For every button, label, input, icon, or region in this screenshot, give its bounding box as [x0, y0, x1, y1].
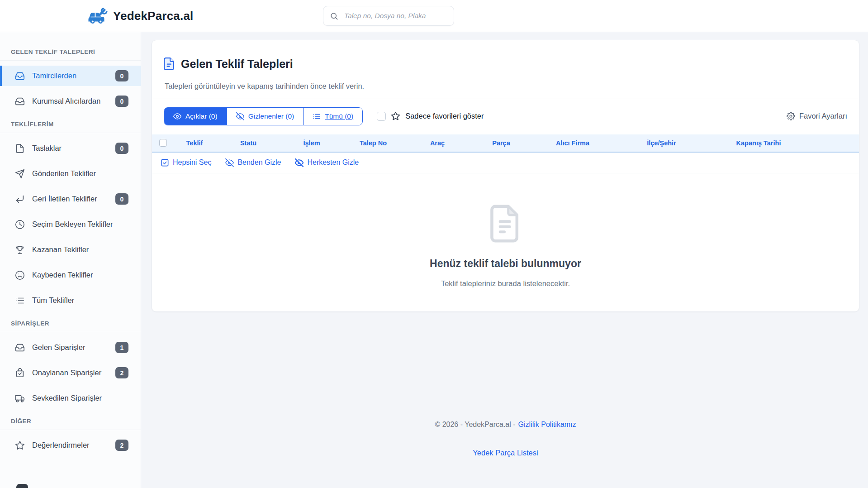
- column-header[interactable]: Alıcı Firma: [532, 139, 613, 147]
- sidebar-item-gelen-siparisler[interactable]: Gelen Siparişler 1: [0, 337, 141, 358]
- list-icon: [313, 112, 321, 120]
- brand-name: YedekParca.al: [113, 9, 194, 23]
- sidebar: GELEN TEKLİF TALEPLERİ Tamircilerden 0 K…: [0, 32, 141, 488]
- sidebar-item-onaylanan-siparisler[interactable]: Onaylanan Siparişler 2: [0, 363, 141, 383]
- sidebar-item-geri-iletilen-teklifler[interactable]: Geri İletilen Teklifler 0: [0, 189, 141, 209]
- filter-tab-group: Açıklar (0) Gizlenenler (0) Tümü (0): [164, 107, 363, 125]
- search-input[interactable]: [343, 11, 447, 20]
- sidebar-section-my-offers: TEKLİFLERİM Taslaklar 0 Gönderilen Tekli…: [0, 116, 141, 311]
- tab-label: Açıklar (0): [185, 112, 218, 120]
- count-badge: 0: [115, 193, 128, 205]
- sidebar-item-degerlendirmeler[interactable]: Değerlendirmeler 2: [0, 435, 141, 455]
- sidebar-item-label: Taslaklar: [32, 144, 62, 153]
- eye-off-icon: [225, 158, 234, 167]
- empty-document-icon: [489, 205, 523, 243]
- tab-aciklar[interactable]: Açıklar (0): [164, 108, 227, 125]
- sidebar-item-label: Tüm Teklifler: [32, 296, 74, 305]
- page-subtitle: Talepleri görüntüleyin ve kapanış tarihi…: [164, 82, 847, 91]
- partial-bottom-widget[interactable]: [16, 484, 28, 488]
- column-header[interactable]: Kapanış Tarihi: [710, 139, 807, 147]
- section-title: GELEN TEKLİF TALEPLERİ: [0, 44, 141, 61]
- eye-off-icon: [236, 112, 244, 120]
- sidebar-item-kazanan-teklifler[interactable]: Kazanan Teklifler: [0, 239, 141, 260]
- count-badge: 0: [115, 70, 128, 81]
- logo-car-wrench-icon: [88, 8, 108, 25]
- favorites-only-toggle[interactable]: Sadece favorileri göster: [377, 111, 484, 121]
- hide-from-all-label: Herkesten Gizle: [307, 158, 359, 167]
- select-all-checkbox[interactable]: [159, 139, 167, 147]
- main-content: Gelen Teklif Talepleri Talepleri görüntü…: [141, 32, 868, 488]
- favorites-only-checkbox[interactable]: [377, 112, 386, 121]
- tab-gizlenenler[interactable]: Gizlenenler (0): [227, 108, 304, 125]
- column-header[interactable]: İlçe/Şehir: [613, 139, 710, 147]
- sidebar-item-label: Kaybeden Teklifler: [32, 271, 93, 279]
- tab-tumu[interactable]: Tümü (0): [303, 108, 362, 125]
- privacy-policy-link[interactable]: Gizlilik Politikamız: [518, 421, 576, 428]
- column-header[interactable]: Teklif: [174, 139, 215, 147]
- document-icon: [164, 57, 175, 70]
- section-title: TEKLİFLERİM: [0, 116, 141, 133]
- footer-copyright: © 2026 - YedekParca.al -Gizlilik Politik…: [152, 421, 859, 429]
- sidebar-item-label: Tamircilerden: [32, 72, 76, 80]
- sidebar-item-tamircilerden[interactable]: Tamircilerden 0: [0, 66, 141, 86]
- bulk-actions-row: Hepsini Seç Benden Gizle Herkesten Gizle: [152, 153, 859, 173]
- column-header[interactable]: İşlem: [281, 139, 342, 147]
- requests-card: Gelen Teklif Talepleri Talepleri görüntü…: [152, 40, 859, 312]
- select-all-label: Hepsini Seç: [173, 158, 211, 167]
- sidebar-item-label: Değerlendirmeler: [32, 441, 90, 450]
- column-header[interactable]: Parça: [470, 139, 532, 147]
- eye-icon: [173, 112, 181, 120]
- favorite-settings-button[interactable]: Favori Ayarları: [787, 112, 847, 120]
- copyright-text: © 2026 - YedekParca.al -: [435, 421, 515, 428]
- sidebar-item-kaybeden-teklifler[interactable]: Kaybeden Teklifler: [0, 265, 141, 285]
- gear-icon: [787, 112, 795, 120]
- sidebar-item-label: Onaylanan Siparişler: [32, 368, 101, 377]
- inbox-icon: [14, 342, 25, 353]
- section-title: SİPARİŞLER: [0, 316, 141, 332]
- sidebar-item-sevkedilen-siparisler[interactable]: Sevkedilen Siparişler: [0, 388, 141, 408]
- global-search[interactable]: [323, 6, 454, 26]
- frown-icon: [14, 270, 25, 280]
- sidebar-item-taslaklar[interactable]: Taslaklar 0: [0, 138, 141, 158]
- card-header: Gelen Teklif Talepleri Talepleri görüntü…: [152, 40, 859, 99]
- sidebar-item-label: Kurumsal Alıcılardan: [32, 97, 100, 105]
- tab-label: Gizlenenler (0): [248, 112, 294, 120]
- list-icon: [14, 295, 25, 306]
- sidebar-section-other: DİĞER Değerlendirmeler 2: [0, 413, 141, 455]
- tab-label: Tümü (0): [325, 112, 353, 120]
- sidebar-item-label: Seçim Bekleyen Teklifler: [32, 220, 113, 229]
- empty-state-title: Henüz teklif talebi bulunmuyor: [430, 258, 581, 270]
- sidebar-item-label: Sevkedilen Siparişler: [32, 394, 102, 402]
- sidebar-item-gonderilen-teklifler[interactable]: Gönderilen Teklifler: [0, 163, 141, 184]
- check-square-icon: [161, 158, 169, 167]
- spare-parts-list-link[interactable]: Yedek Parça Listesi: [473, 449, 538, 457]
- main-layout: GELEN TEKLİF TALEPLERİ Tamircilerden 0 K…: [0, 32, 868, 488]
- column-header[interactable]: Araç: [404, 139, 470, 147]
- column-header[interactable]: Statü: [215, 139, 281, 147]
- sidebar-item-tum-teklifler[interactable]: Tüm Teklifler: [0, 290, 141, 311]
- count-badge: 0: [115, 96, 128, 107]
- column-header[interactable]: Talep No: [342, 139, 404, 147]
- count-badge: 1: [115, 342, 128, 353]
- toolbar: Açıklar (0) Gizlenenler (0) Tümü (0): [152, 99, 859, 134]
- hide-from-me-link[interactable]: Benden Gizle: [225, 158, 281, 167]
- sidebar-item-label: Gelen Siparişler: [32, 343, 85, 352]
- sidebar-item-label: Gönderilen Teklifler: [32, 169, 96, 178]
- brand[interactable]: YedekParca.al: [88, 0, 194, 32]
- truck-icon: [14, 393, 25, 403]
- inbox-icon: [14, 96, 25, 106]
- empty-state-subtitle: Teklif talepleriniz burada listelenecekt…: [441, 279, 570, 288]
- sidebar-item-secim-bekleyen-teklifler[interactable]: Seçim Bekleyen Teklifler: [0, 214, 141, 234]
- sidebar-item-kurumsal-alicilardan[interactable]: Kurumsal Alıcılardan 0: [0, 91, 141, 111]
- star-icon: [391, 111, 400, 121]
- file-icon: [14, 143, 25, 153]
- empty-state: Henüz teklif talebi bulunmuyor Teklif ta…: [152, 173, 859, 312]
- sidebar-section-incoming-requests: GELEN TEKLİF TALEPLERİ Tamircilerden 0 K…: [0, 44, 141, 111]
- section-title: DİĞER: [0, 413, 141, 430]
- sidebar-item-label: Geri İletilen Teklifler: [32, 195, 97, 203]
- count-badge: 0: [115, 143, 128, 154]
- hide-from-all-link[interactable]: Herkesten Gizle: [295, 158, 359, 167]
- hide-from-me-label: Benden Gizle: [237, 158, 281, 167]
- select-all-link[interactable]: Hepsini Seç: [161, 158, 211, 167]
- page-title: Gelen Teklif Talepleri: [181, 57, 293, 71]
